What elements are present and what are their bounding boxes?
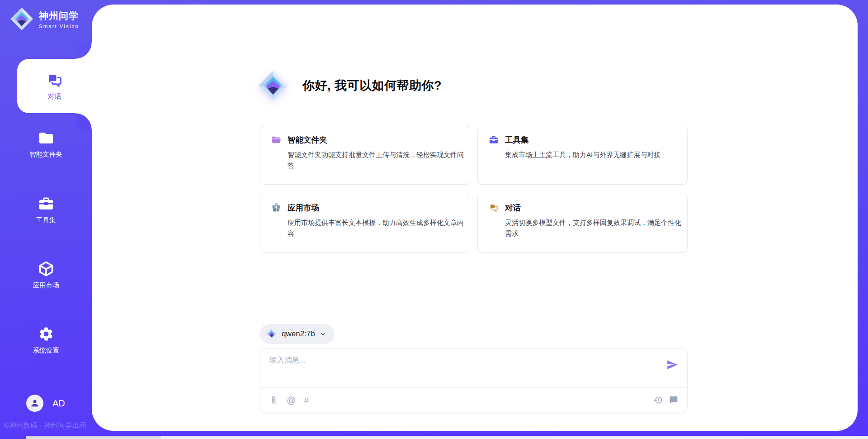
sidebar-item-label: 系统设置	[33, 346, 59, 355]
greeting-block: 你好, 我可以如何帮助你?	[258, 71, 442, 100]
mention-button[interactable]: @	[287, 396, 296, 405]
scrollbar-thumb[interactable]	[26, 436, 161, 439]
chat-bubbles-icon	[46, 72, 63, 89]
card-toolset[interactable]: 工具集 集成市场上主流工具，助力AI与外界无缝扩展与对接	[477, 126, 688, 185]
brand-gem-icon	[10, 7, 33, 31]
toolbox-icon	[38, 196, 54, 212]
card-description: 集成市场上主流工具，助力AI与外界无缝扩展与对接	[505, 149, 682, 160]
card-title: 应用市场	[288, 202, 319, 213]
greeting-gem-icon	[258, 71, 288, 100]
attachment-icon	[269, 396, 278, 405]
history-button[interactable]	[654, 396, 663, 405]
user-account[interactable]: AD	[26, 395, 65, 412]
sidebar-item-settings[interactable]: 系统设置	[0, 326, 92, 355]
folder-open-icon	[271, 135, 281, 145]
sidebar-item-app-market[interactable]: 应用市场	[0, 261, 92, 290]
sidebar-item-toolset[interactable]: 工具集	[0, 196, 92, 224]
copyright-footer: ©神州数码 · 神州问学出品	[4, 421, 86, 430]
card-description: 灵活切换多模型文件，支持多样回复效果调试，满足个性化需求	[505, 217, 682, 239]
card-app-market[interactable]: 应用市场 应用市场提供丰富长文本模板，助力高效生成多样化文章内容	[260, 194, 470, 253]
message-composer: @ #	[260, 348, 688, 412]
chat-bubbles-icon	[489, 203, 499, 213]
card-smart-folder[interactable]: 智能文件夹 智能文件夹功能支持批量文件上传与清洗，轻松实现文件问答	[260, 126, 470, 185]
user-name: AD	[52, 398, 65, 409]
active-tab-scoop-bottom	[75, 113, 92, 129]
chevron-down-icon	[320, 331, 326, 338]
pixel-cube-icon	[271, 203, 281, 213]
chat-toggle-button[interactable]	[669, 396, 678, 405]
model-name: qwen2:7b	[282, 329, 315, 339]
sidebar-item-label: 对话	[48, 92, 61, 101]
feature-cards: 智能文件夹 智能文件夹功能支持批量文件上传与清洗，轻松实现文件问答 工具集 集成…	[260, 126, 688, 253]
toolbox-icon	[489, 135, 499, 145]
card-title: 工具集	[505, 134, 529, 145]
history-icon	[654, 396, 663, 405]
greeting-text: 你好, 我可以如何帮助你?	[302, 77, 442, 94]
card-chat[interactable]: 对话 灵活切换多模型文件，支持多样回复效果调试，满足个性化需求	[477, 194, 688, 253]
horizontal-scrollbar[interactable]	[26, 436, 868, 439]
sidebar-item-smart-folder[interactable]: 智能文件夹	[0, 130, 92, 159]
card-description: 智能文件夹功能支持批量文件上传与清洗，轻松实现文件问答	[288, 149, 465, 171]
main-panel: 你好, 我可以如何帮助你? 智能文件夹 智能文件夹功能支持批量文件上传与清洗，轻…	[92, 5, 858, 431]
message-input[interactable]	[269, 355, 654, 382]
card-title: 对话	[505, 202, 521, 213]
gear-icon	[38, 326, 54, 342]
card-description: 应用市场提供丰富长文本模板，助力高效生成多样化文章内容	[288, 217, 465, 239]
model-selector[interactable]: qwen2:7b	[260, 324, 335, 344]
chat-filled-icon	[669, 396, 678, 405]
person-icon	[30, 398, 40, 408]
card-title: 智能文件夹	[288, 134, 327, 145]
attachment-button[interactable]	[269, 396, 278, 405]
brand-name: 神州问学	[39, 10, 79, 22]
send-button[interactable]	[666, 358, 680, 372]
sidebar-item-label: 应用市场	[33, 281, 59, 290]
sidebar: 神州问学 Smart Vision 对话 智能文件夹 工具集 应用市场 系统设置…	[0, 0, 92, 439]
sidebar-item-label: 工具集	[36, 216, 56, 224]
send-plane-icon	[666, 359, 678, 371]
sidebar-item-chat[interactable]: 对话	[17, 59, 92, 113]
cube-icon	[38, 261, 54, 277]
avatar	[26, 395, 43, 412]
sidebar-item-label: 智能文件夹	[29, 150, 62, 159]
folder-icon	[38, 130, 54, 146]
model-gem-icon	[266, 329, 277, 339]
active-tab-scoop-top	[75, 43, 92, 59]
composer-toolbar: @ #	[260, 387, 687, 412]
brand-subtitle: Smart Vision	[39, 24, 79, 29]
app-logo: 神州问学 Smart Vision	[10, 7, 79, 31]
hashtag-button[interactable]: #	[304, 396, 309, 405]
